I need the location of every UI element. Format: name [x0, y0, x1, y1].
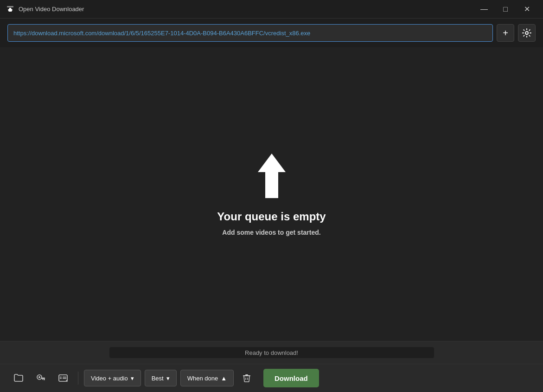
bottom-toolbar: Video + audio ▾ Best ▾ When done ▲ Downl…	[0, 364, 543, 392]
quality-dropdown[interactable]: Best ▾	[145, 370, 177, 386]
format-dropdown[interactable]: Video + audio ▾	[84, 370, 141, 386]
status-text: Ready to download!	[245, 349, 298, 356]
url-bar-area: +	[0, 19, 543, 47]
svg-marker-3	[8, 10, 13, 12]
svg-rect-10	[42, 379, 43, 380]
status-bar: Ready to download!	[0, 341, 543, 364]
svg-marker-5	[258, 154, 286, 198]
main-content: Your queue is empty Add some videos to g…	[0, 47, 543, 341]
empty-queue-subtitle: Add some videos to get started.	[222, 229, 320, 236]
open-folder-button[interactable]	[9, 369, 28, 387]
svg-rect-16	[243, 375, 250, 376]
minimize-button[interactable]: —	[473, 2, 495, 17]
subtitles-button[interactable]	[54, 369, 72, 387]
maximize-button[interactable]: □	[495, 2, 516, 17]
add-url-button[interactable]: +	[497, 24, 514, 42]
credentials-button[interactable]	[32, 369, 50, 387]
svg-point-7	[38, 376, 40, 378]
svg-rect-12	[60, 377, 62, 378]
progress-container: Ready to download!	[109, 347, 434, 358]
title-bar: Open Video Downloader — □ ✕	[0, 0, 543, 19]
svg-rect-13	[60, 378, 62, 379]
empty-state-icon	[253, 153, 290, 201]
svg-rect-8	[41, 378, 45, 379]
download-button[interactable]: Download	[263, 369, 319, 387]
url-input[interactable]	[7, 24, 493, 42]
app-title: Open Video Downloader	[19, 6, 473, 13]
app-icon	[6, 5, 15, 14]
empty-queue-title: Your queue is empty	[217, 210, 326, 223]
delete-button[interactable]	[237, 369, 256, 387]
svg-rect-0	[7, 6, 13, 7]
window-controls: — □ ✕	[473, 2, 537, 17]
svg-rect-15	[63, 378, 66, 379]
close-button[interactable]: ✕	[516, 2, 537, 17]
svg-rect-14	[63, 377, 66, 378]
svg-rect-17	[245, 374, 248, 375]
when-done-dropdown[interactable]: When done ▲	[180, 370, 234, 386]
settings-button[interactable]	[518, 24, 536, 42]
separator-1	[78, 372, 78, 385]
svg-rect-9	[44, 379, 45, 380]
svg-point-4	[525, 32, 528, 34]
